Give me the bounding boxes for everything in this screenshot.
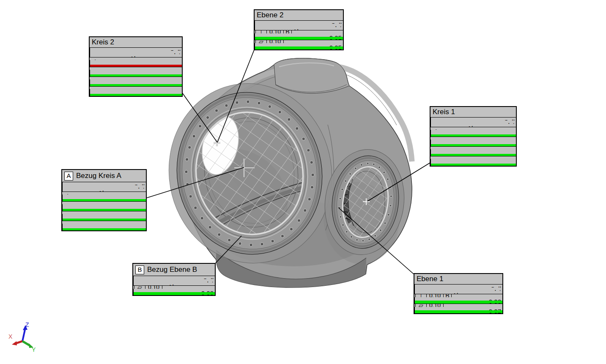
table-row: Y 157,48 157,47 -0,01 [431, 146, 516, 156]
table-kreis-1[interactable]: Kreis 1 Soll Ist Abw Ø 558,84 558,75 -0,… [430, 106, 517, 167]
table-bezug-ebene-b[interactable]: B Bezug Ebene B Soll Ist Abw ▱ 0,10 0,02… [132, 263, 216, 296]
deviation-cell: 0,05 [255, 47, 343, 49]
table-bezug-kreis-a[interactable]: A Bezug Kreis A Soll Ist Abw Ø 915,66 91… [61, 169, 147, 231]
datum-reference: B [443, 294, 452, 297]
x-axis-arrow [12, 341, 17, 345]
deviation-cell: 0,02 [90, 94, 182, 96]
flatness-icon: ▱ [134, 286, 145, 289]
deviation-cell: 0,04 [62, 228, 146, 231]
deviation-cell: 0,10 [62, 199, 146, 202]
table-kreis-2[interactable]: Kreis 2 Soll Ist Abw Ø 431,88 431,77 -0,… [89, 36, 183, 97]
table-title: B Bezug Ebene B [133, 264, 215, 276]
deviation-cell: 0,07 [414, 310, 502, 313]
table-ebene-2[interactable]: Ebene 2 Soll Ist Abw ⊥ 0,10 B 0,05 0,05 … [254, 9, 344, 50]
z-axis-label: Z [25, 321, 29, 328]
flatness-icon: ▱ [255, 40, 267, 43]
table-header-row: Soll Ist Abw [414, 285, 502, 294]
table-row: ▱ 0,10 0,07 0,07 [414, 304, 502, 313]
table-title: Ebene 2 [255, 10, 343, 21]
cmm-inspection-viewport: X Y Z Kreis 2 Soll Ist Abw Ø 431,88 431,… [0, 0, 606, 364]
deviation-cell: 0,05 [255, 37, 343, 40]
deviation-cell: 0,08 [414, 301, 502, 304]
table-row: Ø 431,88 431,77 -0,11 [90, 57, 182, 67]
deviation-cell: -0,11 [90, 65, 182, 67]
table-row: ⊥ 0,10 B 0,05 0,05 [255, 30, 343, 40]
table-row: X 1270,00 1270,00 0,00 [90, 67, 182, 77]
table-header-row: Soll Ist Abw [62, 182, 146, 192]
table-title: Kreis 2 [90, 37, 182, 48]
table-header-row: Soll Ist Abw [90, 48, 182, 57]
table-row: Z 0,00 0,02 0,02 [90, 86, 182, 96]
datum-badge-b: B [135, 265, 144, 274]
deviation-cell: 0,00 [90, 74, 182, 77]
deviation-cell: -0,09 [431, 134, 516, 137]
table-title: Kreis 1 [431, 107, 516, 118]
table-header-row: Soll Ist Abw [133, 276, 215, 285]
table-ebene-1[interactable]: Ebene 1 Soll Ist Abw ⊥ 0,10 B 0,08 0,08 … [414, 273, 503, 314]
table-title: A Bezug Kreis A [62, 170, 146, 182]
y-axis-label: Y [32, 346, 36, 353]
table-header-row: Soll Ist Abw [431, 118, 516, 127]
table-row: Ø 558,84 558,75 -0,09 [431, 127, 516, 137]
table-row: X 1270,00 1270,00 0,00 [431, 137, 516, 146]
x-axis-label: X [8, 333, 13, 340]
table-row: ▱ 0,10 0,02 0,02 [133, 285, 215, 295]
table-row: ▱ 0,10 0,05 0,05 [255, 40, 343, 49]
table-row: X 1825,50 1825,52 0,02 [62, 201, 146, 211]
table-row: Z 0,00 0,01 0,01 [431, 156, 516, 166]
table-row: Y -1209,04 -1209,06 -0,02 [90, 77, 182, 86]
deviation-cell: 0,01 [431, 164, 516, 166]
deviation-cell: 0,02 [62, 219, 146, 221]
deviation-cell: 0,02 [62, 209, 146, 211]
table-row: ⊥ 0,10 B 0,08 0,08 [414, 294, 502, 304]
datum-badge-a: A [64, 172, 73, 181]
deviation-cell: -0,02 [90, 84, 182, 87]
table-title: Ebene 1 [414, 274, 502, 285]
flatness-icon: ▱ [415, 304, 427, 307]
perpendicularity-icon: ⊥ [415, 294, 427, 297]
table-row: Y -508,00 -507,98 0,02 [62, 211, 146, 221]
table-row: Z 0,00 0,04 0,04 [62, 221, 146, 230]
table-row: Ø 915,66 915,76 0,10 [62, 192, 146, 201]
table-header-row: Soll Ist Abw [255, 21, 343, 30]
deviation-cell: -0,01 [431, 154, 516, 156]
perpendicularity-icon: ⊥ [255, 30, 267, 33]
deviation-cell: 0,02 [133, 292, 215, 295]
datum-reference: B [283, 30, 292, 33]
axis-triad: X Y Z [8, 321, 36, 353]
deviation-cell: 0,00 [431, 144, 516, 147]
